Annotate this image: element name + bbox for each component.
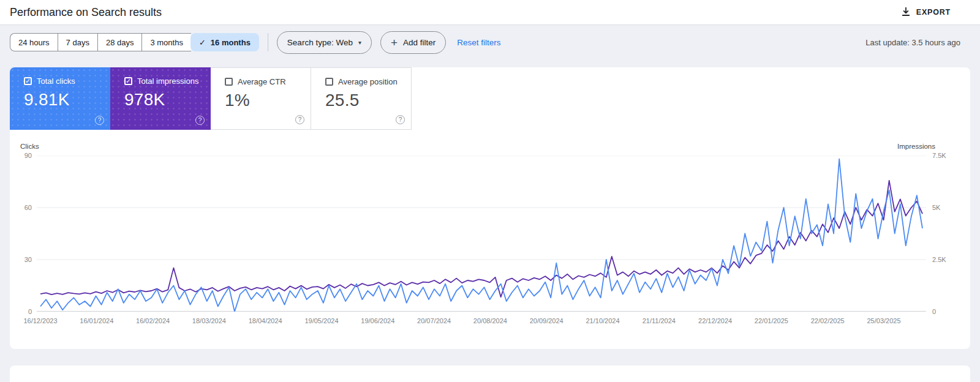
x-axis-tick: 19/05/2024: [304, 317, 338, 324]
metric-card-value: 9.81K: [24, 90, 110, 110]
filter-divider: [268, 33, 268, 51]
unchecked-checkbox-icon[interactable]: [225, 78, 233, 86]
page-title: Performance on Search results: [10, 6, 162, 19]
date-range-chip-7-days[interactable]: 7 days: [58, 33, 97, 51]
metric-card-total-impressions[interactable]: ✓Total impressions978K?: [110, 67, 211, 130]
series-line-total-clicks: [40, 159, 922, 312]
right-axis-tick: 7.5K: [932, 152, 946, 159]
x-axis-tick: 16/12/2023: [23, 317, 57, 324]
left-axis-tick: 0: [28, 308, 32, 315]
x-axis-tick: 18/04/2024: [249, 317, 282, 324]
unchecked-checkbox-icon[interactable]: [325, 78, 333, 86]
x-axis-tick: 22/02/2025: [811, 317, 845, 324]
metric-card-average-ctr[interactable]: Average CTR1%?: [211, 67, 311, 130]
metric-card-value: 25.5: [325, 91, 411, 110]
x-axis-tick: 16/01/2024: [80, 317, 113, 324]
chart-lines: [37, 155, 926, 312]
performance-panel: ✓Total clicks9.81K?✓Total impressions978…: [10, 67, 970, 349]
date-range-chip-label: 16 months: [211, 38, 251, 47]
left-axis-tick: 60: [24, 204, 32, 211]
add-filter-button[interactable]: + Add filter: [380, 31, 446, 54]
search-type-dropdown[interactable]: Search type: Web ▾: [277, 31, 372, 54]
x-axis-ticks: 16/12/202316/01/202416/02/202418/03/2024…: [37, 312, 926, 326]
left-axis-tick: 90: [24, 152, 32, 159]
page-header: Performance on Search results EXPORT: [0, 0, 980, 25]
x-axis-tick: 18/03/2024: [192, 317, 226, 324]
search-type-label: Search type: Web: [287, 38, 353, 47]
x-axis-tick: 16/02/2024: [136, 317, 170, 324]
performance-chart: Clicks Impressions 9060300 16/12/202316/…: [10, 143, 970, 312]
date-range-chip-3-months[interactable]: 3 months: [141, 33, 190, 51]
metric-card-label: Average CTR: [238, 77, 286, 86]
right-axis-title: Impressions: [897, 143, 935, 152]
right-axis-tick: 2.5K: [932, 256, 946, 263]
metric-card-label: Total impressions: [137, 77, 198, 86]
date-range-chip-label: 7 days: [66, 38, 89, 47]
checked-checkbox-icon[interactable]: ✓: [124, 77, 132, 85]
date-range-selector: 24 hours7 days28 days3 months✓16 months: [10, 33, 259, 51]
metric-card-label: Total clicks: [37, 77, 75, 86]
left-axis-ticks: 9060300: [10, 155, 37, 312]
date-range-chip-16-months[interactable]: ✓16 months: [190, 33, 259, 51]
date-range-chip-label: 24 hours: [18, 38, 50, 47]
x-axis-tick: 21/10/2024: [586, 317, 619, 324]
add-filter-label: Add filter: [403, 38, 435, 47]
x-axis-tick: 19/06/2024: [361, 317, 394, 324]
download-icon: [900, 6, 911, 19]
metric-card-value: 1%: [225, 91, 311, 110]
last-update-text: Last update: 3.5 hours ago: [865, 38, 960, 47]
checked-checkbox-icon[interactable]: ✓: [24, 77, 32, 85]
right-axis-ticks: 7.5K5K2.5K0: [926, 155, 970, 312]
reset-filters-link[interactable]: Reset filters: [457, 38, 500, 47]
x-axis-tick: 22/12/2024: [698, 317, 732, 324]
left-axis-title: Clicks: [20, 143, 39, 152]
x-axis-tick: 20/08/2024: [473, 317, 507, 324]
metric-cards: ✓Total clicks9.81K?✓Total impressions978…: [10, 67, 970, 130]
check-icon: ✓: [199, 38, 206, 47]
metric-card-label: Average position: [338, 77, 398, 86]
x-axis-tick: 20/09/2024: [530, 317, 564, 324]
help-icon[interactable]: ?: [396, 115, 405, 124]
x-axis-tick: 25/03/2025: [867, 317, 900, 324]
metric-card-average-position[interactable]: Average position25.5?: [311, 67, 412, 130]
plus-icon: +: [391, 37, 398, 48]
metric-card-value: 978K: [124, 90, 211, 110]
date-range-chip-label: 28 days: [106, 38, 134, 47]
x-axis-tick: 21/11/2024: [643, 317, 676, 324]
export-button[interactable]: EXPORT: [900, 6, 951, 19]
help-icon[interactable]: ?: [195, 116, 205, 125]
help-icon[interactable]: ?: [295, 115, 304, 124]
next-panel-edge: [10, 365, 970, 382]
left-axis-tick: 30: [24, 256, 32, 263]
right-axis-tick: 0: [932, 308, 936, 315]
chevron-down-icon: ▾: [358, 39, 361, 46]
metric-card-total-clicks[interactable]: ✓Total clicks9.81K?: [10, 67, 110, 130]
filter-bar: 24 hours7 days28 days3 months✓16 months …: [0, 25, 980, 59]
date-range-chip-24-hours[interactable]: 24 hours: [10, 33, 58, 51]
chart-plot-area: 16/12/202316/01/202416/02/202418/03/2024…: [37, 155, 926, 312]
x-axis-tick: 20/07/2024: [417, 317, 451, 324]
export-label: EXPORT: [916, 8, 951, 17]
right-axis-tick: 5K: [932, 204, 940, 211]
help-icon[interactable]: ?: [95, 116, 104, 125]
x-axis-tick: 22/01/2025: [755, 317, 788, 324]
date-range-chip-28-days[interactable]: 28 days: [97, 33, 142, 51]
date-range-chip-label: 3 months: [150, 38, 183, 47]
